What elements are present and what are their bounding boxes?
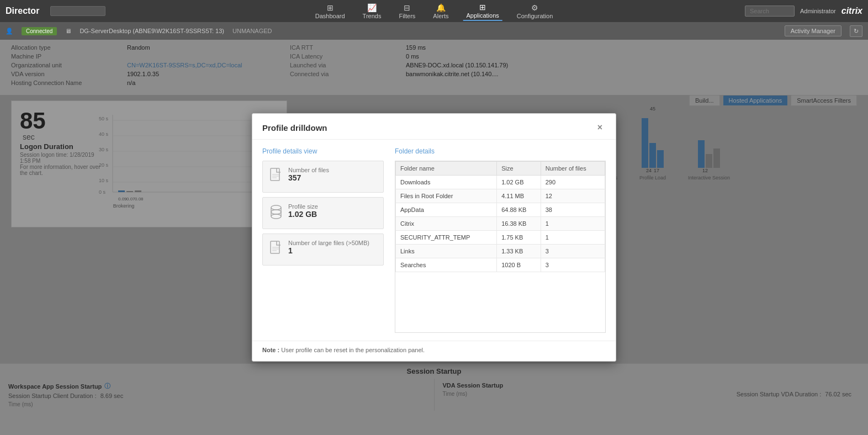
- large-files-info: Number of large files (>50MB) 1: [288, 240, 369, 255]
- alerts-icon: 🔔: [436, 3, 446, 12]
- profile-section-title: Profile details view: [262, 147, 384, 155]
- files-count-info: Number of files 357: [288, 167, 329, 182]
- col-folder-name: Folder name: [396, 162, 497, 176]
- top-nav-right: Administrator citrix: [745, 6, 862, 17]
- nav-filters-label: Filters: [399, 13, 415, 19]
- modal-header: Profile drilldown ×: [252, 114, 616, 140]
- search-input[interactable]: [745, 6, 795, 17]
- configuration-icon: ⚙: [531, 3, 538, 12]
- svg-point-30: [271, 214, 281, 219]
- note-label: Note :: [262, 347, 279, 353]
- nav-dashboard-label: Dashboard: [315, 13, 345, 19]
- col-num-files: Number of files: [541, 162, 605, 176]
- folder-name-cell: SECURITY_ATTR_TEMP: [396, 231, 497, 245]
- user-label[interactable]: Administrator: [800, 8, 836, 14]
- table-row: Searches 1020 B 3: [396, 258, 605, 272]
- profile-details-panel: Profile details view: [262, 147, 384, 333]
- nav-filters[interactable]: ⊟ Filters: [395, 2, 419, 20]
- large-file-icon: [269, 241, 283, 259]
- folder-name-cell: Downloads: [396, 176, 497, 189]
- brand-input[interactable]: [50, 6, 105, 16]
- session-bar: 👤 Connected 🖥 DG-ServerDesktop (ABNE9\W2…: [0, 22, 868, 40]
- nav-trends-label: Trends: [363, 13, 382, 19]
- folder-size-cell: 4.11 MB: [497, 189, 541, 203]
- svg-point-27: [271, 210, 281, 214]
- file-icon: [269, 168, 283, 187]
- modal-close-button[interactable]: ×: [594, 121, 606, 134]
- files-count-label: Number of files: [288, 167, 329, 173]
- refresh-button[interactable]: ↻: [850, 25, 862, 37]
- profile-size-info: Profile size 1.02 GB: [288, 203, 318, 219]
- machine-name: DG-ServerDesktop (ABNE9\W2K16ST-9SSRS5T:…: [80, 28, 224, 34]
- nav-alerts[interactable]: 🔔 Alerts: [430, 2, 452, 20]
- folder-name-cell: Links: [396, 245, 497, 258]
- folder-files-cell: 12: [541, 189, 605, 203]
- nav-applications-label: Applications: [466, 12, 499, 19]
- folder-size-cell: 64.88 KB: [497, 203, 541, 217]
- large-files-label: Number of large files (>50MB): [288, 240, 369, 246]
- trends-icon: 📈: [367, 3, 377, 12]
- folder-table-wrapper[interactable]: Folder name Size Number of files Downloa…: [395, 161, 606, 333]
- applications-icon: ⊞: [479, 3, 486, 12]
- folder-files-cell: 1: [541, 217, 605, 231]
- activity-manager-button[interactable]: Activity Manager: [785, 25, 841, 36]
- large-files-card: Number of large files (>50MB) 1: [262, 234, 384, 266]
- connected-status: Connected: [22, 27, 57, 35]
- unmanaged-badge: UNMANAGED: [232, 28, 272, 34]
- table-row: SECURITY_ATTR_TEMP 1.75 KB 1: [396, 231, 605, 245]
- nav-configuration-label: Configuration: [517, 13, 553, 19]
- modal-title: Profile drilldown: [262, 123, 327, 132]
- modal-overlay: Profile drilldown × Profile details view: [0, 40, 868, 435]
- folder-details-panel: Folder details Folder name Size Number o…: [395, 147, 606, 333]
- nav-applications[interactable]: ⊞ Applications: [463, 2, 502, 21]
- dashboard-icon: ⊞: [327, 3, 334, 12]
- app-brand: Director: [6, 6, 39, 16]
- table-row: Downloads 1.02 GB 290: [396, 176, 605, 189]
- top-nav-center: ⊞ Dashboard 📈 Trends ⊟ Filters 🔔 Alerts …: [312, 2, 557, 21]
- folder-name-cell: Citrix: [396, 217, 497, 231]
- table-row: Links 1.33 KB 3: [396, 245, 605, 258]
- nav-alerts-label: Alerts: [433, 13, 448, 19]
- nav-configuration[interactable]: ⚙ Configuration: [514, 2, 556, 20]
- folder-size-cell: 1020 B: [497, 258, 541, 272]
- citrix-logo: citrix: [841, 6, 862, 16]
- folder-files-cell: 290: [541, 176, 605, 189]
- large-files-value: 1: [288, 246, 369, 255]
- folder-size-cell: 1.33 KB: [497, 245, 541, 258]
- profile-size-card: Profile size 1.02 GB: [262, 197, 384, 229]
- folder-size-cell: 16.38 KB: [497, 217, 541, 231]
- modal-body: Profile details view: [252, 140, 616, 341]
- db-icon: [269, 204, 283, 223]
- profile-size-label: Profile size: [288, 203, 318, 210]
- folder-files-cell: 3: [541, 245, 605, 258]
- files-count-card: Number of files 357: [262, 161, 384, 193]
- profile-drilldown-modal: Profile drilldown × Profile details view: [252, 113, 616, 362]
- files-count-value: 357: [288, 173, 329, 182]
- table-row: Citrix 16.38 KB 1: [396, 217, 605, 231]
- filters-icon: ⊟: [404, 3, 410, 12]
- user-icon: 👤: [6, 28, 13, 35]
- folder-files-cell: 1: [541, 231, 605, 245]
- svg-point-24: [271, 205, 281, 210]
- folder-table: Folder name Size Number of files Downloa…: [395, 161, 605, 272]
- folder-files-cell: 38: [541, 203, 605, 217]
- table-row: AppData 64.88 KB 38: [396, 203, 605, 217]
- profile-size-value: 1.02 GB: [288, 210, 318, 219]
- note-text: User profile can be reset in the persona…: [281, 347, 425, 353]
- folder-name-cell: Files in Root Folder: [396, 189, 497, 203]
- machine-icon: 🖥: [65, 28, 71, 34]
- folder-name-cell: AppData: [396, 203, 497, 217]
- modal-footer: Note : User profile can be reset in the …: [252, 341, 616, 361]
- nav-dashboard[interactable]: ⊞ Dashboard: [312, 2, 348, 20]
- folder-table-header: Folder name Size Number of files: [396, 162, 605, 176]
- folder-files-cell: 3: [541, 258, 605, 272]
- nav-trends[interactable]: 📈 Trends: [359, 2, 385, 20]
- folder-name-cell: Searches: [396, 258, 497, 272]
- main-background: Allocation type Random ICA RTT 159 ms Ma…: [0, 40, 868, 435]
- top-nav-bar: Director ⊞ Dashboard 📈 Trends ⊟ Filters …: [0, 0, 868, 22]
- folder-size-cell: 1.02 GB: [497, 176, 541, 189]
- col-size: Size: [497, 162, 541, 176]
- folder-section-title: Folder details: [395, 147, 606, 155]
- folder-size-cell: 1.75 KB: [497, 231, 541, 245]
- table-row: Files in Root Folder 4.11 MB 12: [396, 189, 605, 203]
